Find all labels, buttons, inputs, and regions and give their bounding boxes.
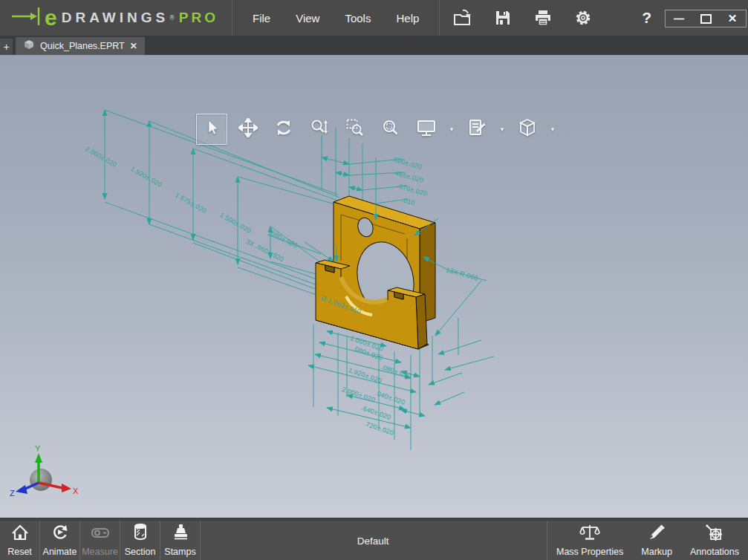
fullscreen-icon: [416, 118, 437, 140]
edrawings-arrow-logo-icon: [10, 7, 40, 29]
triad-y-label: Y: [35, 444, 41, 453]
zoom-icon: [310, 118, 329, 140]
select-tool-button[interactable]: [196, 114, 227, 145]
stamps-icon: [170, 523, 191, 545]
stamps-label: Stamps: [164, 547, 195, 557]
stamps-button[interactable]: Stamps: [160, 521, 201, 560]
pan-tool-button[interactable]: [233, 114, 263, 144]
mass-properties-label: Mass Properties: [556, 547, 623, 557]
new-tab-button[interactable]: +: [0, 39, 13, 55]
menu-file[interactable]: File: [240, 12, 283, 25]
save-icon[interactable]: [492, 7, 514, 29]
orientation-triad: Y X Z: [10, 444, 79, 498]
tab-close-icon[interactable]: ✕: [130, 41, 137, 51]
view-toolbar: ▾ ▾: [196, 113, 563, 146]
menu-help[interactable]: Help: [383, 12, 432, 25]
markup-pages-icon: [467, 118, 487, 140]
markup-button[interactable]: Markup: [632, 521, 681, 560]
view-cube-icon: [518, 118, 537, 140]
command-bar: Reset Animate Measure: [0, 518, 748, 560]
tab-quick-planes[interactable]: Quick_Planes.EPRT ✕: [16, 37, 145, 55]
animate-icon: [50, 523, 71, 545]
window-controls: — ✕: [665, 10, 747, 27]
open-icon[interactable]: [452, 7, 474, 29]
fullscreen-dropdown-icon[interactable]: ▾: [447, 114, 456, 144]
logo-tier: PRO: [179, 10, 218, 26]
view-orientation-dropdown-icon[interactable]: ▾: [548, 114, 557, 144]
app-logo: e DRAWINGS ® PRO: [0, 0, 232, 36]
reset-button[interactable]: Reset: [0, 521, 40, 560]
close-icon[interactable]: ✕: [719, 10, 746, 27]
document-tab-bar: + Quick_Planes.EPRT ✕: [0, 36, 748, 55]
section-button[interactable]: Section: [120, 521, 160, 560]
triad-origin-sphere: [30, 469, 52, 491]
annotations-label: Annotations: [690, 547, 739, 557]
fullscreen-tool-button[interactable]: [412, 114, 441, 144]
pan-icon: [238, 118, 258, 140]
view-orientation-tool-button[interactable]: [513, 114, 542, 144]
graphics-viewport[interactable]: Y X Z 2.000±.0201.920±.0201.675±.0201.50…: [0, 55, 748, 518]
menu-view[interactable]: View: [283, 12, 332, 25]
titlebar-toolbar: [452, 7, 594, 29]
markup-pages-tool-button[interactable]: [462, 114, 492, 144]
settings-icon[interactable]: [572, 7, 594, 29]
section-label: Section: [125, 547, 156, 557]
measure-icon: [90, 523, 111, 545]
section-icon: [130, 523, 151, 545]
zoom-fit-tool-button[interactable]: [376, 114, 406, 144]
logo-name: DRAWINGS: [62, 10, 169, 26]
markup-label: Markup: [641, 547, 672, 557]
configuration-area: Default: [201, 521, 547, 560]
zoom-tool-button[interactable]: [305, 114, 334, 144]
zoom-area-icon: [345, 118, 365, 140]
animate-label: Animate: [43, 547, 77, 557]
select-arrow-icon: [203, 119, 221, 140]
rotate-icon: [274, 118, 293, 140]
part-document-icon: [23, 39, 35, 53]
measure-label: Measure: [82, 547, 118, 557]
zoom-area-tool-button[interactable]: [340, 114, 370, 144]
print-icon[interactable]: [532, 7, 554, 29]
maximize-icon[interactable]: [692, 10, 719, 27]
edrawings-window: e DRAWINGS ® PRO File View Tools Help: [0, 0, 748, 560]
mass-properties-icon: [579, 523, 601, 545]
configuration-name[interactable]: Default: [357, 535, 389, 546]
measure-button: Measure: [80, 521, 120, 560]
title-bar: e DRAWINGS ® PRO File View Tools Help: [0, 0, 748, 36]
reset-label: Reset: [7, 547, 32, 557]
help-button[interactable]: ?: [642, 9, 651, 27]
rotate-tool-button[interactable]: [269, 114, 299, 144]
menu-tools[interactable]: Tools: [332, 12, 383, 25]
markup-icon: [646, 523, 667, 545]
annotations-icon: [704, 523, 725, 545]
logo-e: e: [45, 7, 57, 29]
mass-properties-button[interactable]: Mass Properties: [547, 521, 632, 560]
minimize-icon[interactable]: —: [666, 10, 692, 27]
animate-button[interactable]: Animate: [40, 521, 80, 560]
annotations-button[interactable]: Annotations: [681, 521, 748, 560]
command-bar-right: Mass Properties Markup: [547, 521, 748, 560]
home-icon: [10, 523, 30, 545]
zoom-fit-icon: [381, 118, 400, 140]
triad-z-label: Z: [10, 489, 15, 498]
markup-pages-dropdown-icon[interactable]: ▾: [498, 114, 507, 144]
tab-title: Quick_Planes.EPRT: [40, 41, 125, 51]
logo-registered-mark: ®: [169, 14, 175, 22]
menu-bar: File View Tools Help: [232, 0, 440, 36]
triad-x-label: X: [73, 486, 79, 495]
